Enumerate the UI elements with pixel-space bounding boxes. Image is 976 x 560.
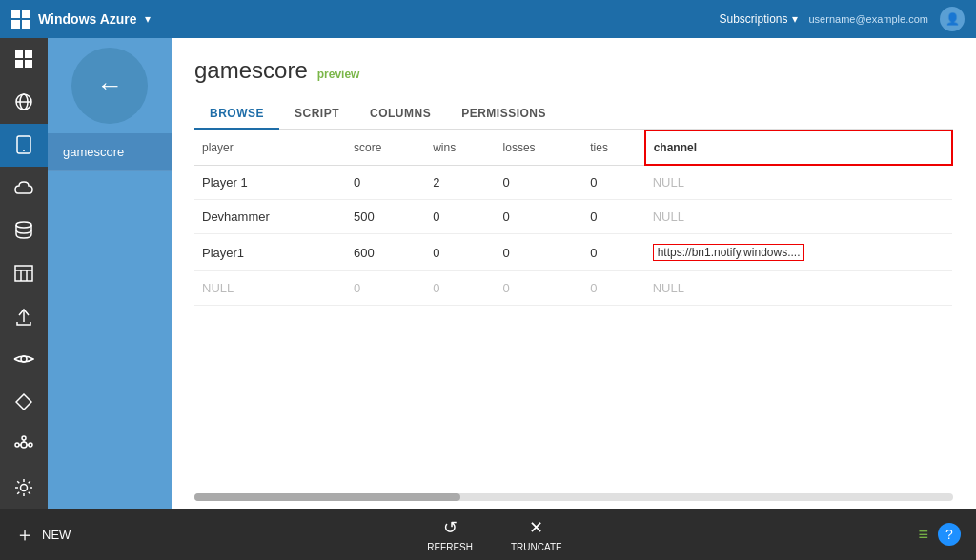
svg-rect-2 — [15, 60, 23, 68]
cell-player-null: NULL — [194, 271, 346, 306]
table-row: Player1 600 0 0 0 https://bn1.notify.win… — [194, 234, 952, 271]
bottom-bar: ＋ NEW ↺ REFRESH ✕ TRUNCATE ≡ ? — [0, 509, 976, 560]
refresh-label: REFRESH — [427, 542, 473, 552]
cell-score: 500 — [346, 200, 425, 234]
sidebar-item-globe[interactable] — [0, 81, 48, 124]
user-email: username@example.com — [809, 13, 929, 25]
cell-wins-null: 0 — [425, 271, 495, 306]
sidebar-item-connections[interactable] — [0, 423, 48, 466]
bottom-center-actions: ↺ REFRESH ✕ TRUNCATE — [427, 517, 562, 552]
col-header-player: player — [194, 130, 346, 165]
col-header-channel: channel — [645, 130, 952, 165]
col-header-ties: ties — [582, 130, 644, 165]
tab-script[interactable]: SCRIPT — [279, 99, 355, 130]
cell-player: Devhammer — [194, 200, 346, 234]
cell-losses: 0 — [496, 200, 583, 234]
top-bar-right: Subscriptions ▾ username@example.com 👤 — [719, 7, 965, 31]
top-bar: Windows Azure ▾ Subscriptions ▾ username… — [0, 0, 976, 38]
nav-item-gamescore[interactable]: gamescore — [48, 133, 172, 171]
svg-point-17 — [21, 442, 27, 448]
main-layout: ← gamescore gamescore preview BROWSE SCR… — [0, 38, 976, 509]
truncate-icon: ✕ — [529, 517, 543, 538]
subscriptions-label: Subscriptions — [719, 12, 787, 26]
svg-rect-10 — [15, 266, 32, 281]
subscriptions-button[interactable]: Subscriptions ▾ — [719, 12, 797, 26]
sidebar-item-diamond[interactable] — [0, 380, 48, 423]
cell-score-null: 0 — [346, 271, 425, 306]
col-header-losses: losses — [496, 130, 583, 165]
col-header-wins: wins — [425, 130, 495, 165]
cell-ties: 0 — [582, 200, 644, 234]
svg-marker-16 — [16, 394, 31, 410]
table-row-null: NULL 0 0 0 0 NULL — [194, 271, 952, 306]
content-area: gamescore preview BROWSE SCRIPT COLUMNS … — [172, 38, 976, 509]
preview-badge: preview — [317, 68, 360, 81]
sidebar-item-upload[interactable] — [0, 294, 48, 337]
sidebar-item-mobile[interactable] — [0, 124, 48, 167]
plus-icon: ＋ — [15, 522, 34, 548]
cell-wins: 2 — [425, 165, 495, 200]
cell-losses: 0 — [496, 165, 583, 200]
cell-player: Player 1 — [194, 165, 346, 200]
tab-bar: BROWSE SCRIPT COLUMNS PERMISSIONS — [194, 99, 953, 130]
truncate-label: TRUNCATE — [511, 542, 562, 552]
svg-point-8 — [23, 150, 25, 151]
nav-panel: ← gamescore — [48, 38, 172, 509]
new-label: NEW — [42, 528, 71, 542]
top-bar-left: Windows Azure ▾ — [11, 10, 151, 29]
tab-browse[interactable]: BROWSE — [194, 99, 279, 130]
cell-player: Player1 — [194, 234, 346, 271]
sidebar-item-table[interactable] — [0, 252, 48, 295]
cell-ties: 0 — [582, 165, 644, 200]
svg-point-19 — [29, 443, 32, 447]
title-row: gamescore preview — [194, 57, 953, 84]
data-table: player score wins losses ties channel Pl… — [194, 130, 953, 306]
avatar[interactable]: 👤 — [940, 7, 965, 31]
windows-logo — [11, 10, 30, 29]
cell-channel: NULL — [645, 200, 952, 234]
new-button[interactable]: ＋ NEW — [15, 522, 71, 548]
cell-ties-null: 0 — [582, 271, 644, 306]
cell-channel: NULL — [645, 165, 952, 200]
sidebar-item-database[interactable] — [0, 210, 48, 252]
help-icon[interactable]: ? — [938, 523, 961, 546]
svg-rect-3 — [25, 60, 32, 68]
table-container: player score wins losses ties channel Pl… — [172, 130, 976, 493]
truncate-button[interactable]: ✕ TRUNCATE — [511, 517, 562, 552]
sidebar-item-grid[interactable] — [0, 38, 48, 81]
horizontal-scrollbar[interactable] — [194, 493, 953, 501]
table-row: Player 1 0 2 0 0 NULL — [194, 165, 952, 200]
bottom-right-icons: ≡ ? — [918, 523, 961, 546]
sidebar-item-settings[interactable] — [0, 466, 48, 509]
refresh-button[interactable]: ↺ REFRESH — [427, 517, 473, 552]
cell-wins: 0 — [425, 234, 495, 271]
back-button[interactable]: ← — [71, 48, 148, 124]
sidebar-icons — [0, 38, 48, 509]
cell-score: 600 — [346, 234, 425, 271]
cell-ties: 0 — [582, 234, 644, 271]
svg-point-9 — [16, 222, 31, 228]
sidebar-item-eye[interactable] — [0, 337, 48, 380]
col-header-score: score — [346, 130, 425, 165]
svg-rect-0 — [15, 50, 23, 58]
cell-wins: 0 — [425, 200, 495, 234]
app-title: Windows Azure — [38, 11, 137, 27]
sidebar-item-cloud[interactable] — [0, 167, 48, 210]
svg-point-20 — [22, 436, 26, 440]
cell-losses-null: 0 — [496, 271, 583, 306]
scroll-thumb[interactable] — [194, 493, 460, 501]
cell-losses: 0 — [496, 234, 583, 271]
tab-columns[interactable]: COLUMNS — [355, 99, 446, 130]
list-icon[interactable]: ≡ — [918, 525, 928, 545]
cell-channel-null: NULL — [645, 271, 952, 306]
svg-point-15 — [21, 356, 27, 362]
cell-score: 0 — [346, 165, 425, 200]
cell-channel[interactable]: https://bn1.notify.windows.... — [645, 234, 952, 271]
table-row: Devhammer 500 0 0 0 NULL — [194, 200, 952, 234]
filter-icon: ▾ — [792, 12, 798, 26]
chevron-down-icon[interactable]: ▾ — [145, 12, 151, 26]
content-header: gamescore preview BROWSE SCRIPT COLUMNS … — [172, 38, 976, 130]
svg-rect-1 — [25, 50, 32, 58]
refresh-icon: ↺ — [443, 517, 458, 538]
tab-permissions[interactable]: PERMISSIONS — [446, 99, 561, 130]
